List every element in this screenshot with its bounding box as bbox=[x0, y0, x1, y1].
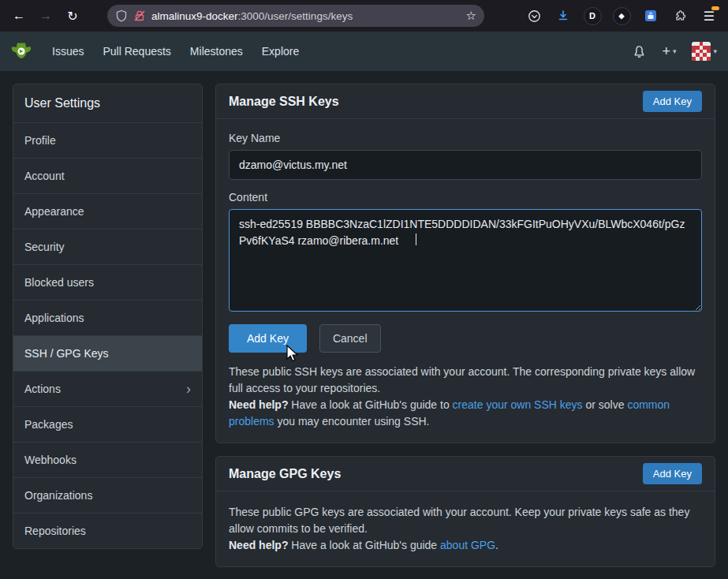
ssh-help-segment: or solve bbox=[583, 398, 628, 411]
url-bar[interactable]: almalinux9-docker:3000/user/settings/key… bbox=[107, 5, 484, 27]
nav-issues[interactable]: Issues bbox=[43, 32, 93, 71]
extension-diamond-icon[interactable]: ◆ bbox=[609, 3, 634, 28]
caret-down-icon: ▾ bbox=[673, 47, 677, 55]
create-new-button[interactable]: + ▾ bbox=[662, 43, 676, 60]
sidebar-item-actions[interactable]: Actions › bbox=[13, 371, 202, 406]
sidebar-item-label: Account bbox=[24, 170, 65, 182]
cancel-button[interactable]: Cancel bbox=[319, 324, 381, 353]
page-content: User Settings Profile Account Appearance… bbox=[0, 71, 728, 579]
key-name-label: Key Name bbox=[229, 132, 702, 144]
gpg-help-segment: Have a look at GitHub's guide bbox=[288, 539, 440, 551]
navbar-right: + ▾ ▾ bbox=[633, 42, 717, 61]
sidebar-item-webhooks[interactable]: Webhooks bbox=[13, 442, 202, 477]
about-gpg-link[interactable]: about GPG bbox=[440, 539, 495, 551]
ssh-help-text-1: These public SSH keys are associated wit… bbox=[229, 364, 702, 397]
hamburger-glyph: ☰ bbox=[704, 9, 715, 24]
create-ssh-keys-link[interactable]: create your own SSH keys bbox=[453, 398, 583, 411]
sidebar-item-label: Applications bbox=[24, 312, 84, 324]
gpg-add-key-toggle-button[interactable]: Add Key bbox=[643, 463, 702, 484]
url-host: almalinux9-docker bbox=[151, 10, 238, 22]
gpg-card-title: Manage GPG Keys bbox=[229, 467, 341, 481]
ssh-help-segment: you may encounter using SSH. bbox=[274, 415, 430, 428]
content-textarea[interactable]: ssh-ed25519 BBBBC3NzaC1lZDI1NTE5DDDDIDAN… bbox=[229, 209, 702, 312]
chevron-right-icon: › bbox=[186, 382, 191, 396]
form-actions: Add Key Cancel bbox=[229, 324, 702, 353]
manage-ssh-keys-card: Manage SSH Keys Add Key Key Name Content… bbox=[215, 84, 715, 443]
user-menu[interactable]: ▾ bbox=[692, 42, 717, 61]
content-label: Content bbox=[229, 191, 702, 204]
nav-milestones[interactable]: Milestones bbox=[181, 32, 252, 71]
manage-gpg-keys-card: Manage GPG Keys Add Key These public GPG… bbox=[215, 456, 715, 567]
gpg-help-segment: . bbox=[495, 539, 498, 551]
sidebar-item-label: Profile bbox=[24, 134, 56, 147]
ssh-card-body: Key Name Content ssh-ed25519 BBBBC3NzaC1… bbox=[216, 119, 715, 443]
sidebar-item-label: Security bbox=[24, 241, 65, 253]
pocket-icon[interactable] bbox=[521, 3, 547, 28]
settings-sidebar: User Settings Profile Account Appearance… bbox=[13, 84, 203, 549]
sidebar-item-label: Webhooks bbox=[24, 454, 77, 466]
need-help-label: Need help? bbox=[229, 398, 288, 411]
gitea-navbar: Issues Pull Requests Milestones Explore … bbox=[0, 32, 728, 71]
sidebar-item-label: Appearance bbox=[24, 205, 84, 218]
extension-d-icon[interactable]: D bbox=[580, 3, 605, 28]
sidebar-item-label: SSH / GPG Keys bbox=[24, 347, 109, 360]
sidebar-item-account[interactable]: Account bbox=[13, 158, 202, 193]
sidebar-item-organizations[interactable]: Organizations bbox=[13, 477, 202, 513]
screen: ← → ↻ almalinux9-docker:3000/user/settin… bbox=[0, 0, 728, 579]
nav-explore[interactable]: Explore bbox=[252, 32, 308, 71]
ssh-add-key-toggle-button[interactable]: Add Key bbox=[643, 91, 702, 112]
insecure-lock-icon[interactable] bbox=[133, 9, 146, 22]
gpg-card-body: These public GPG keys are associated wit… bbox=[216, 491, 715, 566]
sidebar-item-ssh-gpg-keys[interactable]: SSH / GPG Keys bbox=[13, 335, 202, 371]
nav-pull-requests[interactable]: Pull Requests bbox=[93, 32, 180, 71]
url-path: :3000/user/settings/keys bbox=[238, 10, 353, 22]
sidebar-item-label: Organizations bbox=[24, 489, 92, 502]
gpg-help-text-1: These public GPG keys are associated wit… bbox=[229, 504, 702, 537]
key-name-field: Key Name bbox=[229, 132, 702, 180]
add-key-submit-button[interactable]: Add Key bbox=[229, 324, 307, 353]
sidebar-item-label: Actions bbox=[24, 383, 61, 395]
sidebar-item-label: Blocked users bbox=[24, 276, 94, 289]
caret-down-icon: ▾ bbox=[713, 47, 717, 55]
menu-icon[interactable]: ☰ bbox=[696, 3, 722, 28]
bookmark-star-icon[interactable]: ☆ bbox=[466, 9, 476, 23]
ssh-help-segment: Have a look at GitHub's guide to bbox=[288, 398, 452, 411]
sidebar-item-packages[interactable]: Packages bbox=[13, 406, 202, 442]
gitea-logo[interactable] bbox=[11, 41, 32, 62]
ssh-card-title: Manage SSH Keys bbox=[229, 95, 339, 109]
back-icon[interactable]: ← bbox=[6, 3, 32, 28]
menu-notification-badge bbox=[711, 6, 719, 10]
content-field: Content ssh-ed25519 BBBBC3NzaC1lZDI1NTE5… bbox=[229, 191, 702, 312]
sidebar-item-label: Packages bbox=[24, 418, 73, 431]
toolbar-extensions: D ◆ ☰ bbox=[521, 3, 722, 28]
avatar bbox=[692, 42, 711, 61]
key-name-input[interactable] bbox=[229, 150, 702, 180]
notifications-bell-icon[interactable] bbox=[633, 45, 646, 58]
forward-icon[interactable]: → bbox=[33, 3, 58, 28]
sidebar-item-appearance[interactable]: Appearance bbox=[13, 193, 202, 229]
ssh-card-header: Manage SSH Keys Add Key bbox=[216, 84, 715, 119]
url-text: almalinux9-docker:3000/user/settings/key… bbox=[151, 10, 461, 22]
ssh-help-text-2: Need help? Have a look at GitHub's guide… bbox=[229, 397, 702, 430]
text-caret bbox=[416, 233, 416, 245]
need-help-label: Need help? bbox=[229, 539, 288, 551]
extension-blue-icon[interactable] bbox=[638, 3, 663, 28]
gpg-help-text-2: Need help? Have a look at GitHub's guide… bbox=[229, 537, 702, 554]
sidebar-item-applications[interactable]: Applications bbox=[13, 300, 202, 335]
sidebar-item-profile[interactable]: Profile bbox=[13, 122, 202, 158]
sidebar-title: User Settings bbox=[13, 84, 202, 122]
browser-toolbar: ← → ↻ almalinux9-docker:3000/user/settin… bbox=[0, 0, 728, 32]
extensions-puzzle-icon[interactable] bbox=[667, 3, 693, 28]
gpg-card-header: Manage GPG Keys Add Key bbox=[216, 457, 715, 491]
sidebar-item-security[interactable]: Security bbox=[13, 229, 202, 264]
refresh-icon[interactable]: ↻ bbox=[60, 3, 85, 28]
content-textarea-wrap: ssh-ed25519 BBBBC3NzaC1lZDI1NTE5DDDDIDAN… bbox=[229, 209, 702, 312]
plus-icon: + bbox=[662, 43, 670, 60]
extension-d-badge: D bbox=[584, 7, 602, 25]
download-icon[interactable] bbox=[551, 3, 576, 28]
sidebar-item-repositories[interactable]: Repositories bbox=[13, 513, 202, 548]
settings-main: Manage SSH Keys Add Key Key Name Content… bbox=[215, 84, 715, 567]
sidebar-item-blocked-users[interactable]: Blocked users bbox=[13, 264, 202, 300]
shield-icon[interactable] bbox=[115, 9, 128, 22]
sidebar-item-label: Repositories bbox=[24, 525, 86, 537]
